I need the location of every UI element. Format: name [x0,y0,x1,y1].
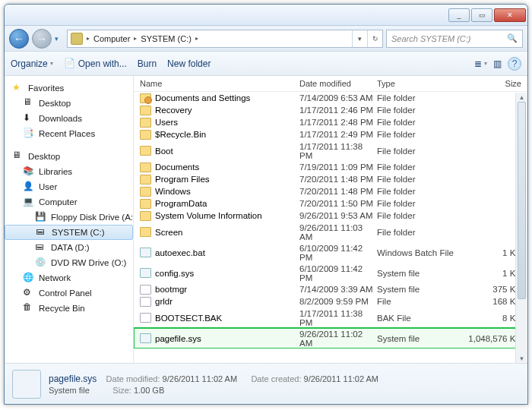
tree-downloads[interactable]: ⬇Downloads [5,111,133,126]
chevron-right-icon: ▸ [85,35,91,42]
file-modified: 1/17/2011 11:38 PM [299,142,377,160]
file-row[interactable]: pagefile.sys9/26/2011 11:02 AMSystem fil… [134,328,527,348]
file-icon [140,313,151,323]
maximize-button[interactable]: ▭ [471,8,492,22]
new-folder-button[interactable]: New folder [167,58,211,69]
file-modified: 9/26/2011 11:03 AM [299,223,377,241]
file-size: 8 KB [468,314,521,323]
file-row[interactable]: Boot1/17/2011 11:38 PMFile folder [134,140,527,161]
open-with-button[interactable]: 📄 Open with... [64,58,127,70]
sys-icon [140,248,151,257]
file-row[interactable]: Users1/17/2011 2:48 PMFile folder [134,116,527,128]
close-button[interactable]: ✕ [494,8,526,22]
tree-desktop-root[interactable]: 🖥Desktop [5,149,133,164]
back-button[interactable]: ← [9,29,29,49]
col-type[interactable]: Type [377,79,468,88]
search-input[interactable]: Search SYSTEM (C:) 🔍 [386,30,523,48]
views-button[interactable]: ≣ ▾ [474,58,487,69]
burn-button[interactable]: Burn [138,58,157,69]
file-row[interactable]: bootmgr7/14/2009 3:39 AMSystem file375 K… [134,283,527,295]
dvd-icon: 💿 [35,257,47,269]
file-row[interactable]: Windows7/20/2011 1:48 PMFile folder [134,185,527,197]
tree-favorites[interactable]: ★ Favorites [5,80,133,96]
file-row[interactable]: Screen9/26/2011 11:03 AMFile folder [134,222,527,242]
sys-icon [140,268,151,278]
file-type: File folder [377,93,468,102]
scrollbar[interactable]: ▲ ▼ [515,93,527,363]
file-type: File folder [377,147,468,156]
forward-button[interactable]: → [32,29,52,49]
star-icon: ★ [12,82,24,94]
file-type: BAK File [377,314,468,323]
tree-data-d[interactable]: 🖴DATA (D:) [5,240,133,255]
file-row[interactable]: Documents7/19/2011 1:09 PMFile folder [134,161,527,173]
help-button[interactable]: ? [508,57,521,71]
drive-icon: 🖴 [36,226,48,238]
file-name: System Volume Information [155,211,262,220]
folder-icon [140,211,151,221]
file-row[interactable]: Documents and Settings7/14/2009 6:53 AMF… [134,92,527,104]
file-size: 1 KB [468,269,521,278]
network-icon: 🌐 [23,272,35,284]
file-row[interactable]: config.sys6/10/2009 11:42 PMSystem file1… [134,263,527,283]
breadcrumb-drive[interactable]: SYSTEM (C:) [138,34,194,43]
col-name[interactable]: Name [140,79,299,88]
tree-user[interactable]: 👤User [5,179,133,194]
file-name: Recovery [155,106,192,115]
col-modified[interactable]: Date modified [299,79,377,88]
file-list: Name Date modified Type Size Documents a… [134,76,527,363]
file-type: File folder [377,130,468,139]
tree-dvd[interactable]: 💿DVD RW Drive (O:) [5,255,133,270]
details-size-label: Size: [112,386,131,395]
minimize-button[interactable]: _ [448,8,470,22]
chevron-right-icon: ▸ [194,35,200,42]
file-type: File folder [377,118,468,127]
scroll-up-icon[interactable]: ▲ [516,93,527,102]
file-type: File folder [377,211,468,220]
col-size[interactable]: Size [468,79,521,88]
file-modified: 9/26/2011 9:53 AM [299,211,377,220]
tree-libraries[interactable]: 📚Libraries [5,164,133,179]
file-row[interactable]: System Volume Information9/26/2011 9:53 … [134,210,527,222]
main-area: ★ Favorites 🖥Desktop ⬇Downloads 📑Recent … [5,76,527,363]
tree-desktop-fav[interactable]: 🖥Desktop [5,96,133,111]
file-row[interactable]: autoexec.bat6/10/2009 11:42 PMWindows Ba… [134,242,527,263]
tree-floppy[interactable]: 💾Floppy Disk Drive (A:) [5,210,133,225]
drive-icon [71,33,83,45]
details-created-label: Date created: [251,374,301,383]
tree-control-panel[interactable]: ⚙Control Panel [5,285,133,301]
tree-system-c[interactable]: 🖴SYSTEM (C:) [5,225,133,240]
folder-icon [140,162,151,172]
chevron-down-icon: ▾ [50,60,53,67]
organize-menu[interactable]: Organize ▾ [11,58,53,69]
column-headers: Name Date modified Type Size [134,76,527,92]
file-row[interactable]: ProgramData7/20/2011 1:50 PMFile folder [134,197,527,210]
file-row[interactable]: Recovery1/17/2011 2:46 PMFile folder [134,104,527,116]
file-row[interactable]: grldr8/2/2009 9:59 PMFile168 KB [134,295,527,308]
file-row[interactable]: Program Files7/20/2011 1:48 PMFile folde… [134,173,527,185]
scroll-thumb[interactable] [518,102,526,299]
tree-recycle-bin[interactable]: 🗑Recycle Bin [5,301,133,316]
preview-pane-button[interactable]: ▥ [493,58,502,69]
computer-icon: 💻 [23,196,35,208]
address-bar[interactable]: ▸ Computer ▸ SYSTEM (C:) ▸ ▾ ↻ [67,30,383,48]
file-name: Screen [155,228,182,237]
file-name: $Recycle.Bin [155,130,206,139]
file-modified: 6/10/2009 11:42 PM [299,264,377,282]
tree-network[interactable]: 🌐Network [5,270,133,285]
file-name: Users [155,118,178,127]
scroll-down-icon[interactable]: ▼ [516,354,527,363]
refresh-button[interactable]: ↻ [367,30,382,47]
file-row[interactable]: BOOTSECT.BAK1/17/2011 11:38 PMBAK File8 … [134,308,527,328]
breadcrumb-computer[interactable]: Computer [91,34,132,43]
file-modified: 6/10/2009 11:42 PM [299,244,377,262]
address-dropdown[interactable]: ▾ [352,30,367,47]
history-dropdown[interactable]: ▾ [55,35,64,43]
tree-recent[interactable]: 📑Recent Places [5,126,133,141]
file-modified: 7/19/2011 1:09 PM [299,162,377,172]
titlebar[interactable]: _ ▭ ✕ [5,5,527,26]
file-row[interactable]: $Recycle.Bin1/17/2011 2:49 PMFile folder [134,128,527,140]
sys-icon [140,333,151,343]
folder-icon [140,118,151,128]
tree-computer[interactable]: 💻Computer [5,194,133,210]
